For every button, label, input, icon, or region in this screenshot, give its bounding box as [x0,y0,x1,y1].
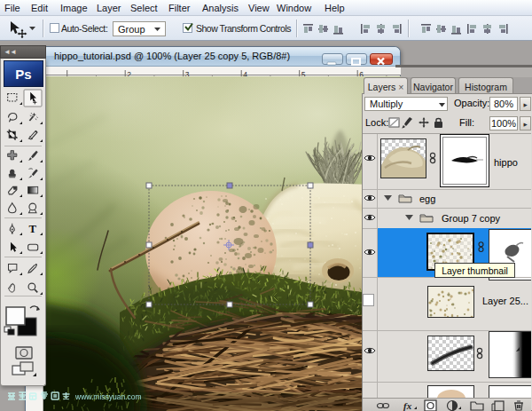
svg-text:www.missyuan.com: www.missyuan.com [74,392,142,401]
svg-text:T: T [29,223,37,235]
svg-text:fx: fx [403,400,412,411]
